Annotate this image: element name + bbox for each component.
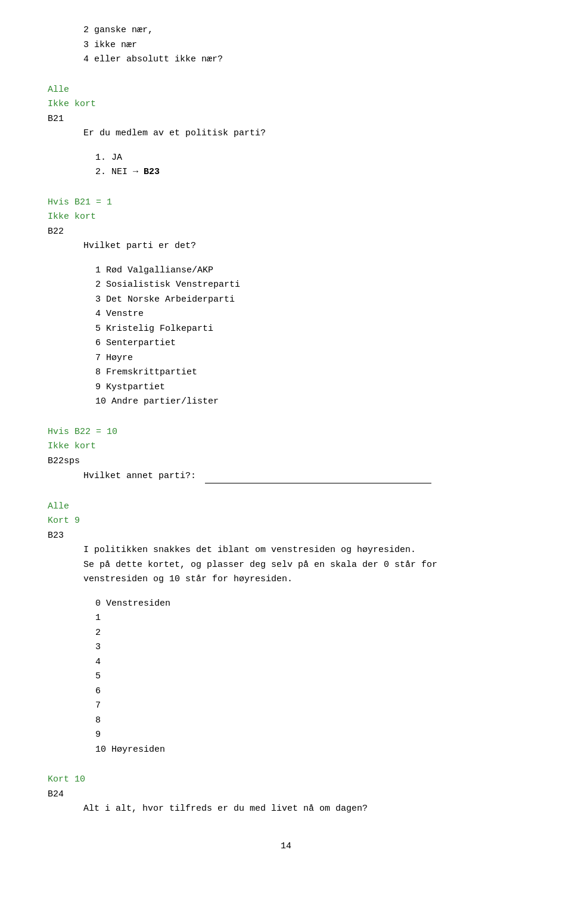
b21-arrow: → xyxy=(133,167,138,177)
b23-scale-5: 5 xyxy=(95,670,524,684)
label-b21: B21 xyxy=(48,113,524,126)
b22sps-input[interactable] xyxy=(205,469,431,483)
label-kort-9: Kort 9 xyxy=(48,514,524,528)
b23-scale-3: 3 xyxy=(95,641,524,655)
label-ikke-kort-b21: Ikke kort xyxy=(48,98,524,111)
b22sps-question: Hvilket annet parti?: xyxy=(83,469,524,483)
b23-text1: I politikken snakkes det iblant om venst… xyxy=(83,544,524,557)
label-alle-b23: Alle xyxy=(48,500,524,514)
b22-option-7: 7 Høyre xyxy=(95,352,524,365)
b22-option-1: 1 Rød Valgallianse/AKP xyxy=(95,264,524,278)
b22-option-9: 9 Kystpartiet xyxy=(95,381,524,395)
page-number: 14 xyxy=(48,840,524,854)
label-alle-b21: Alle xyxy=(48,83,524,97)
b23-scale-9: 9 xyxy=(95,728,524,742)
label-b22: B22 xyxy=(48,225,524,239)
b22-option-2: 2 Sosialistisk Venstreparti xyxy=(95,278,524,292)
b23-scale-4: 4 xyxy=(95,656,524,669)
b23-scale-10: 10 Høyresiden xyxy=(95,743,524,757)
scale-item-3: 3 ikke nær xyxy=(83,39,524,52)
scale-item-4: 4 eller absolutt ikke nær? xyxy=(83,53,524,67)
b23-text3: venstresiden og 10 står for høyresiden. xyxy=(83,573,524,587)
b22-option-4: 4 Venstre xyxy=(95,308,524,321)
b23-scale-0: 0 Venstresiden xyxy=(95,597,524,611)
b23-scale-7: 7 xyxy=(95,699,524,713)
condition-b21: Hvis B21 = 1 xyxy=(48,196,524,210)
b21-option1: 1. JA xyxy=(95,151,524,165)
scale-item-2: 2 ganske nær, xyxy=(83,24,524,38)
label-ikke-kort-b22: Ikke kort xyxy=(48,210,524,224)
label-b22sps: B22sps xyxy=(48,455,524,469)
b23-scale-6: 6 xyxy=(95,685,524,699)
b22-option-5: 5 Kristelig Folkeparti xyxy=(95,323,524,336)
label-kort-10: Kort 10 xyxy=(48,773,524,787)
b22-option-6: 6 Senterpartiet xyxy=(95,337,524,351)
b23-scale-8: 8 xyxy=(95,714,524,728)
b23-scale-2: 2 xyxy=(95,627,524,640)
label-b24: B24 xyxy=(48,788,524,802)
b22-option-8: 8 Fremskrittpartiet xyxy=(95,366,524,380)
b21-option2: 2. NEI → B23 xyxy=(95,166,524,179)
b21-jump-label: B23 xyxy=(144,167,160,177)
b22-question: Hvilket parti er det? xyxy=(83,240,524,253)
b22-option-3: 3 Det Norske Arbeiderparti xyxy=(95,293,524,307)
condition-b22: Hvis B22 = 10 xyxy=(48,426,524,439)
b22-option-10: 10 Andre partier/lister xyxy=(95,395,524,409)
b23-scale-1: 1 xyxy=(95,612,524,625)
b21-question: Er du medlem av et politisk parti? xyxy=(83,127,524,141)
label-ikke-kort-b22sps: Ikke kort xyxy=(48,440,524,454)
b23-text2: Se på dette kortet, og plasser deg selv … xyxy=(83,559,524,572)
b24-question: Alt i alt, hvor tilfreds er du med livet… xyxy=(83,802,524,816)
label-b23: B23 xyxy=(48,529,524,543)
